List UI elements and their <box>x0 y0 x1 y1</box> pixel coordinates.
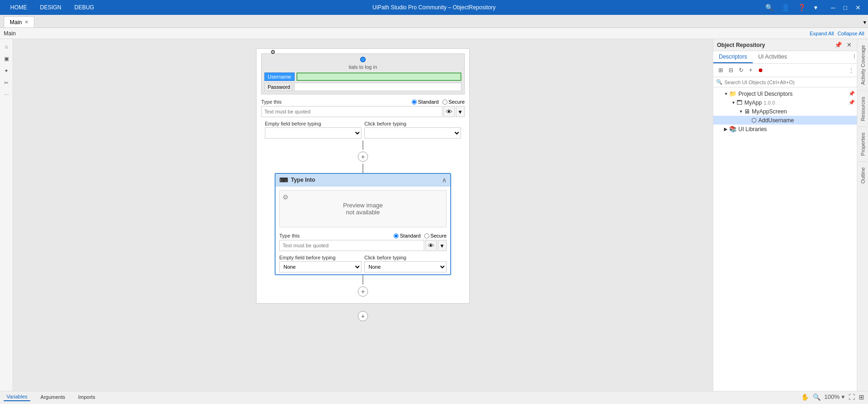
top-mask-button[interactable]: 👁 <box>443 106 455 117</box>
tab-descriptors[interactable]: Descriptors <box>713 51 753 63</box>
panel-close-button[interactable]: ✕ <box>845 41 853 49</box>
breadcrumb: Main <box>4 30 16 37</box>
workflow-canvas: ⚙ tials to log in Username <box>18 44 708 328</box>
search-icon[interactable]: 🔍 <box>763 3 776 12</box>
left-sidebar: ⌂ ▣ ✦ ✂ ⋯ <box>0 39 13 391</box>
tab-close-icon[interactable]: ✕ <box>25 20 28 25</box>
type-into-text-input-row: 👁 ▾ <box>279 240 447 251</box>
menu-debug[interactable]: DEBUG <box>68 1 101 13</box>
title-bar-right: 🔍 👤 ❓ ▾ ─ □ ✕ <box>763 3 864 12</box>
panel-toolbar: ⊞ ⊟ ↻ + ⏺ ⋮ <box>713 64 857 77</box>
top-click-before-select[interactable] <box>364 127 461 139</box>
dropdown-icon[interactable]: ▾ <box>812 3 820 12</box>
maximize-button[interactable]: □ <box>840 3 851 12</box>
main-layout: ⌂ ▣ ✦ ✂ ⋯ ⚙ tials to log in <box>0 39 868 391</box>
add-button-1[interactable]: + <box>358 152 368 162</box>
myapp-pin-icon[interactable]: 📌 <box>848 99 855 106</box>
tree-item-project-descriptors[interactable]: ▾ 📁 Project UI Descriptors 📌 <box>713 89 857 98</box>
add-button-2[interactable]: + <box>358 286 368 297</box>
type-into-title: ⌨ Type Into <box>279 177 315 184</box>
tree-item-myapp[interactable]: ▾ 🗔 MyApp 1.0.0 📌 <box>713 98 857 107</box>
top-secure-radio[interactable]: Secure <box>442 99 465 105</box>
tree-toggle-2[interactable]: ▾ <box>737 109 744 114</box>
record-button[interactable]: ⏺ <box>756 66 766 75</box>
zoom-search-icon[interactable]: 🔍 <box>813 393 821 401</box>
sidebar-icon-snippets[interactable]: ✂ <box>1 77 12 88</box>
side-tab-outline[interactable]: Outline <box>858 161 868 189</box>
collapse-all-button[interactable]: Collapse All <box>838 31 864 36</box>
type-into-empty-select[interactable]: None <box>279 261 362 272</box>
top-click-before-label: Click before typing <box>364 121 461 126</box>
tree-toggle-lib[interactable]: ▶ <box>723 126 729 132</box>
connector-line-1 <box>362 140 363 150</box>
type-into-input-dropdown[interactable]: ▾ <box>438 240 447 251</box>
top-type-this-section: Type this Standard Secure <box>261 97 465 119</box>
bottom-tab-imports[interactable]: Imports <box>75 393 98 401</box>
type-into-empty-field-label: Empty field before typing <box>279 255 362 260</box>
refresh-button[interactable]: ↻ <box>736 66 746 75</box>
panel-tabs: Descriptors UI Activities | <box>713 51 857 64</box>
type-into-radio-group: Standard Secure <box>394 233 447 238</box>
menu-design[interactable]: DESIGN <box>33 1 68 13</box>
help-icon[interactable]: ❓ <box>796 3 808 12</box>
preview-settings-icon: ⚙ <box>283 193 289 201</box>
tree-toggle-0[interactable]: ▾ <box>723 91 729 96</box>
tab-main[interactable]: Main ✕ <box>4 16 34 27</box>
element-icon: ⬡ <box>751 117 756 124</box>
panel-tabs-more[interactable]: | <box>852 51 857 63</box>
add-item-button[interactable]: + <box>747 66 755 75</box>
tree-toggle-1[interactable]: ▾ <box>730 100 736 105</box>
outer-add-button[interactable]: + <box>358 311 368 321</box>
tree-item-ui-libraries[interactable]: ▶ 📚 UI Libraries <box>713 125 857 133</box>
close-button[interactable]: ✕ <box>852 3 864 12</box>
top-text-input[interactable] <box>261 106 442 117</box>
add-element-button[interactable]: ⊟ <box>726 66 736 75</box>
panel-header-controls: 📌 ✕ <box>833 41 853 49</box>
user-icon[interactable]: 👤 <box>779 3 792 12</box>
settings-icon[interactable]: ⚙ <box>270 49 276 55</box>
top-field-row: Empty field before typing Click before t… <box>261 119 465 140</box>
grid-icon[interactable]: ⊞ <box>859 393 864 401</box>
add-screen-button[interactable]: ⊞ <box>716 66 725 75</box>
myappscreen-label: MyAppScreen <box>752 108 787 115</box>
toolbar-more-icon[interactable]: ⋮ <box>848 67 854 73</box>
panel-pin-button[interactable]: 📌 <box>833 41 843 49</box>
minimize-button[interactable]: ─ <box>827 3 839 12</box>
zoom-level[interactable]: 100% <box>824 393 840 400</box>
fit-screen-icon[interactable]: ⛶ <box>848 393 855 401</box>
type-into-secure-radio[interactable]: Secure <box>424 233 447 238</box>
type-into-mask-button[interactable]: 👁 <box>425 240 437 251</box>
top-standard-radio[interactable]: Standard <box>412 99 439 105</box>
top-empty-field-select[interactable] <box>265 127 362 139</box>
zoom-dropdown[interactable]: ▾ <box>842 393 845 400</box>
type-into-standard-radio[interactable]: Standard <box>394 233 421 238</box>
side-tab-resources[interactable]: Resources <box>858 91 868 127</box>
sidebar-icon-activities[interactable]: ▣ <box>1 53 12 64</box>
side-tab-activity-coverage[interactable]: Activity Coverage <box>858 39 868 91</box>
sidebar-icon-more[interactable]: ⋯ <box>1 89 12 100</box>
expand-all-button[interactable]: Expand All <box>810 31 834 36</box>
tree-item-addusername[interactable]: ▶ ⬡ AddUsername <box>713 116 857 125</box>
top-input-dropdown[interactable]: ▾ <box>456 106 465 117</box>
sidebar-icon-xd[interactable]: ✦ <box>1 65 12 76</box>
tab-ui-activities[interactable]: UI Activities <box>753 51 793 63</box>
tree-item-myappscreen[interactable]: ▾ 🖥 MyAppScreen <box>713 107 857 116</box>
type-into-text-input[interactable] <box>279 240 424 251</box>
side-tab-properties[interactable]: Properties <box>858 126 868 161</box>
sidebar-icon-home[interactable]: ⌂ <box>1 41 12 52</box>
connector-line-3 <box>362 275 363 285</box>
bottom-tab-variables[interactable]: Variables <box>4 393 30 401</box>
pin-icon[interactable]: 📌 <box>848 91 855 97</box>
hand-tool-icon[interactable]: ✋ <box>801 393 809 401</box>
tab-dropdown-icon[interactable]: ▾ <box>861 17 868 27</box>
search-input[interactable] <box>724 79 854 85</box>
login-preview: tials to log in Username Password <box>261 53 465 94</box>
bottom-tab-arguments[interactable]: Arguments <box>38 393 68 401</box>
menu-home[interactable]: HOME <box>4 1 33 13</box>
top-empty-field-label: Empty field before typing <box>265 121 362 126</box>
top-radio-group: Standard Secure <box>412 99 465 105</box>
object-repository-panel: Object Repository 📌 ✕ Descriptors UI Act… <box>713 39 857 391</box>
type-into-click-before-select[interactable]: None <box>364 261 447 272</box>
app-title: UiPath Studio Pro Community – ObjectRepo… <box>373 4 496 11</box>
type-into-collapse-button[interactable]: ∧ <box>442 176 447 184</box>
